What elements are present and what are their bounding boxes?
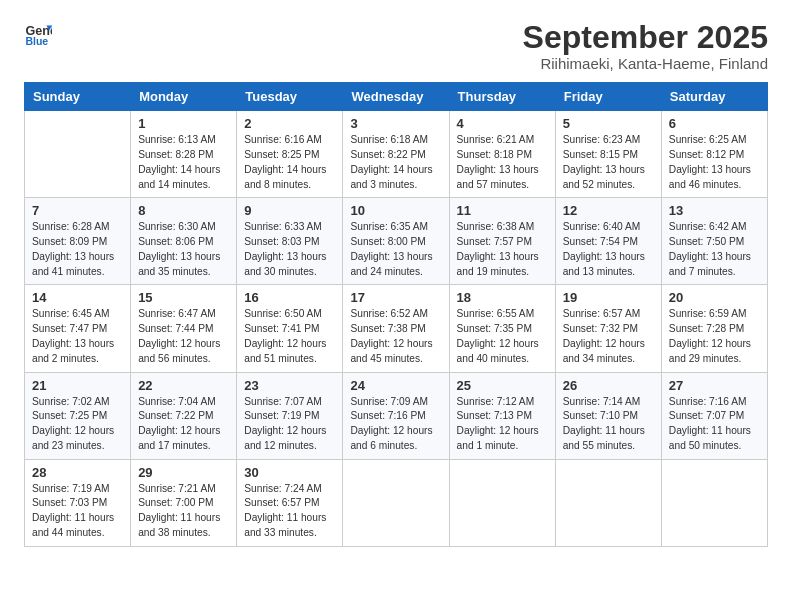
day-info: Sunrise: 6:13 AMSunset: 8:28 PMDaylight:… [138,133,229,192]
calendar-cell: 25Sunrise: 7:12 AMSunset: 7:13 PMDayligh… [449,372,555,459]
calendar-cell: 15Sunrise: 6:47 AMSunset: 7:44 PMDayligh… [131,285,237,372]
calendar-cell: 21Sunrise: 7:02 AMSunset: 7:25 PMDayligh… [25,372,131,459]
day-number: 14 [32,290,123,305]
calendar-week-5: 28Sunrise: 7:19 AMSunset: 7:03 PMDayligh… [25,459,768,546]
day-number: 27 [669,378,760,393]
logo: General Blue [24,20,52,48]
day-number: 16 [244,290,335,305]
calendar-cell [449,459,555,546]
day-info: Sunrise: 7:09 AMSunset: 7:16 PMDaylight:… [350,395,441,454]
day-number: 11 [457,203,548,218]
day-number: 26 [563,378,654,393]
logo-icon: General Blue [24,20,52,48]
weekday-header-friday: Friday [555,83,661,111]
calendar-cell: 11Sunrise: 6:38 AMSunset: 7:57 PMDayligh… [449,198,555,285]
calendar-cell: 14Sunrise: 6:45 AMSunset: 7:47 PMDayligh… [25,285,131,372]
day-info: Sunrise: 6:33 AMSunset: 8:03 PMDaylight:… [244,220,335,279]
calendar-cell [25,111,131,198]
calendar-cell: 28Sunrise: 7:19 AMSunset: 7:03 PMDayligh… [25,459,131,546]
weekday-header-row: SundayMondayTuesdayWednesdayThursdayFrid… [25,83,768,111]
day-number: 13 [669,203,760,218]
day-number: 6 [669,116,760,131]
calendar-cell: 23Sunrise: 7:07 AMSunset: 7:19 PMDayligh… [237,372,343,459]
calendar-cell: 22Sunrise: 7:04 AMSunset: 7:22 PMDayligh… [131,372,237,459]
calendar-cell [661,459,767,546]
day-number: 10 [350,203,441,218]
day-number: 8 [138,203,229,218]
calendar-cell: 8Sunrise: 6:30 AMSunset: 8:06 PMDaylight… [131,198,237,285]
calendar-cell: 17Sunrise: 6:52 AMSunset: 7:38 PMDayligh… [343,285,449,372]
day-number: 4 [457,116,548,131]
weekday-header-monday: Monday [131,83,237,111]
calendar-cell: 27Sunrise: 7:16 AMSunset: 7:07 PMDayligh… [661,372,767,459]
day-number: 17 [350,290,441,305]
location-title: Riihimaeki, Kanta-Haeme, Finland [523,55,768,72]
day-number: 9 [244,203,335,218]
day-number: 3 [350,116,441,131]
day-info: Sunrise: 6:38 AMSunset: 7:57 PMDaylight:… [457,220,548,279]
calendar-cell: 26Sunrise: 7:14 AMSunset: 7:10 PMDayligh… [555,372,661,459]
calendar-cell: 29Sunrise: 7:21 AMSunset: 7:00 PMDayligh… [131,459,237,546]
svg-text:Blue: Blue [25,35,48,47]
weekday-header-tuesday: Tuesday [237,83,343,111]
day-info: Sunrise: 7:19 AMSunset: 7:03 PMDaylight:… [32,482,123,541]
calendar-cell: 24Sunrise: 7:09 AMSunset: 7:16 PMDayligh… [343,372,449,459]
day-number: 12 [563,203,654,218]
calendar-week-2: 7Sunrise: 6:28 AMSunset: 8:09 PMDaylight… [25,198,768,285]
day-number: 15 [138,290,229,305]
calendar-cell: 12Sunrise: 6:40 AMSunset: 7:54 PMDayligh… [555,198,661,285]
day-info: Sunrise: 6:42 AMSunset: 7:50 PMDaylight:… [669,220,760,279]
calendar-cell: 20Sunrise: 6:59 AMSunset: 7:28 PMDayligh… [661,285,767,372]
calendar-cell: 1Sunrise: 6:13 AMSunset: 8:28 PMDaylight… [131,111,237,198]
day-number: 22 [138,378,229,393]
day-number: 1 [138,116,229,131]
weekday-header-saturday: Saturday [661,83,767,111]
calendar-cell: 19Sunrise: 6:57 AMSunset: 7:32 PMDayligh… [555,285,661,372]
day-number: 7 [32,203,123,218]
day-info: Sunrise: 7:24 AMSunset: 6:57 PMDaylight:… [244,482,335,541]
day-info: Sunrise: 6:25 AMSunset: 8:12 PMDaylight:… [669,133,760,192]
day-number: 2 [244,116,335,131]
weekday-header-thursday: Thursday [449,83,555,111]
page-header: General Blue September 2025 Riihimaeki, … [24,20,768,72]
day-info: Sunrise: 7:12 AMSunset: 7:13 PMDaylight:… [457,395,548,454]
weekday-header-wednesday: Wednesday [343,83,449,111]
calendar-cell: 16Sunrise: 6:50 AMSunset: 7:41 PMDayligh… [237,285,343,372]
calendar-cell [555,459,661,546]
month-title: September 2025 [523,20,768,55]
day-info: Sunrise: 6:40 AMSunset: 7:54 PMDaylight:… [563,220,654,279]
calendar-week-4: 21Sunrise: 7:02 AMSunset: 7:25 PMDayligh… [25,372,768,459]
calendar-cell: 9Sunrise: 6:33 AMSunset: 8:03 PMDaylight… [237,198,343,285]
calendar-cell: 5Sunrise: 6:23 AMSunset: 8:15 PMDaylight… [555,111,661,198]
calendar-cell: 13Sunrise: 6:42 AMSunset: 7:50 PMDayligh… [661,198,767,285]
day-info: Sunrise: 6:28 AMSunset: 8:09 PMDaylight:… [32,220,123,279]
day-info: Sunrise: 6:59 AMSunset: 7:28 PMDaylight:… [669,307,760,366]
day-number: 23 [244,378,335,393]
day-number: 24 [350,378,441,393]
calendar-cell: 6Sunrise: 6:25 AMSunset: 8:12 PMDaylight… [661,111,767,198]
day-info: Sunrise: 6:23 AMSunset: 8:15 PMDaylight:… [563,133,654,192]
day-info: Sunrise: 7:07 AMSunset: 7:19 PMDaylight:… [244,395,335,454]
calendar-cell: 3Sunrise: 6:18 AMSunset: 8:22 PMDaylight… [343,111,449,198]
day-info: Sunrise: 6:21 AMSunset: 8:18 PMDaylight:… [457,133,548,192]
calendar-table: SundayMondayTuesdayWednesdayThursdayFrid… [24,82,768,547]
calendar-week-3: 14Sunrise: 6:45 AMSunset: 7:47 PMDayligh… [25,285,768,372]
day-info: Sunrise: 6:18 AMSunset: 8:22 PMDaylight:… [350,133,441,192]
day-info: Sunrise: 6:57 AMSunset: 7:32 PMDaylight:… [563,307,654,366]
calendar-cell: 30Sunrise: 7:24 AMSunset: 6:57 PMDayligh… [237,459,343,546]
day-info: Sunrise: 6:30 AMSunset: 8:06 PMDaylight:… [138,220,229,279]
day-info: Sunrise: 7:21 AMSunset: 7:00 PMDaylight:… [138,482,229,541]
day-info: Sunrise: 6:16 AMSunset: 8:25 PMDaylight:… [244,133,335,192]
day-number: 5 [563,116,654,131]
weekday-header-sunday: Sunday [25,83,131,111]
calendar-cell: 2Sunrise: 6:16 AMSunset: 8:25 PMDaylight… [237,111,343,198]
calendar-cell [343,459,449,546]
day-number: 30 [244,465,335,480]
day-number: 21 [32,378,123,393]
day-number: 20 [669,290,760,305]
calendar-cell: 7Sunrise: 6:28 AMSunset: 8:09 PMDaylight… [25,198,131,285]
day-info: Sunrise: 6:52 AMSunset: 7:38 PMDaylight:… [350,307,441,366]
title-area: September 2025 Riihimaeki, Kanta-Haeme, … [523,20,768,72]
day-info: Sunrise: 7:16 AMSunset: 7:07 PMDaylight:… [669,395,760,454]
day-info: Sunrise: 6:50 AMSunset: 7:41 PMDaylight:… [244,307,335,366]
